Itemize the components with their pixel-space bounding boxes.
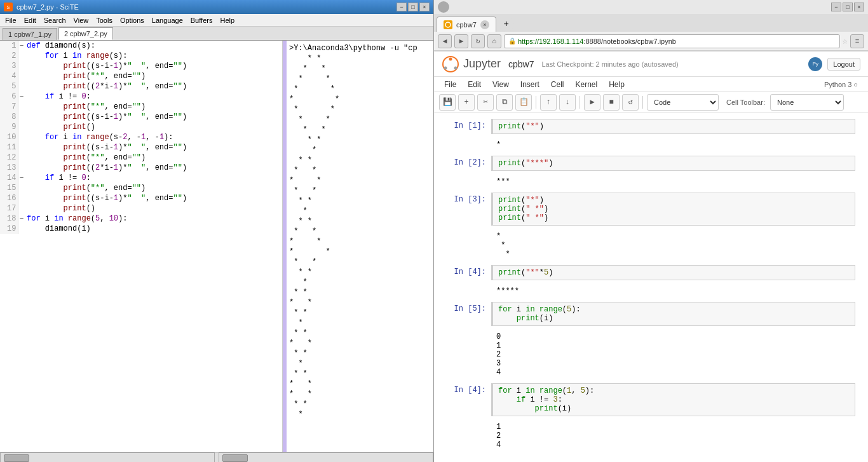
menu-language[interactable]: Language — [148, 15, 187, 25]
menu-search[interactable]: Search — [40, 15, 70, 25]
add-cell-button[interactable]: + — [458, 94, 475, 111]
restart-button[interactable]: ↺ — [622, 94, 639, 111]
table-row: 11 print((s-i-1)*" ", end="") — [0, 142, 282, 153]
scite-minimize-button[interactable]: − — [397, 3, 407, 11]
nb-prompt-2: In [2]: — [447, 156, 491, 171]
output-line: * * — [289, 328, 431, 338]
output-line: * * — [289, 155, 431, 165]
menu-options[interactable]: Options — [116, 15, 148, 25]
scite-code-pane[interactable]: 1 – def diamond(s): 2 for i in range(s):… — [0, 41, 283, 452]
output-line: * * — [289, 64, 431, 74]
forward-button[interactable]: ▶ — [454, 34, 468, 48]
home-button[interactable]: ⌂ — [487, 34, 501, 48]
jmenu-insert[interactable]: Insert — [515, 79, 545, 90]
cell-toolbar-label: Cell Toolbar: — [726, 99, 765, 106]
jmenu-file[interactable]: File — [439, 79, 461, 90]
menu-icon[interactable]: ≡ — [850, 34, 864, 48]
logout-button[interactable]: Logout — [827, 58, 860, 71]
scite-editor: S cpbw7_2.py - SciTE − □ × File Edit Sea… — [0, 0, 434, 462]
jmenu-kernel[interactable]: Kernel — [571, 79, 603, 90]
nb-input-6[interactable]: for i in range(1, 5): if i != 3: print(i… — [491, 383, 855, 416]
output-line: * * — [289, 369, 431, 379]
nb-output-box-1: * — [491, 139, 855, 151]
menu-edit[interactable]: Edit — [20, 15, 40, 25]
nb-output-box-5: 0 1 2 3 4 — [491, 331, 855, 378]
scite-hscroll[interactable] — [0, 452, 433, 462]
nb-input-2[interactable]: print("***") — [491, 156, 855, 171]
nb-input-4[interactable]: print("*"*5) — [491, 265, 855, 280]
cut-cell-button[interactable]: ✂ — [477, 94, 494, 111]
nb-cell-3: In [3]: print("*") print(" *") print(" *… — [447, 193, 855, 226]
tab-cpbw7-1[interactable]: 1 cpbw7_1.py — [3, 28, 57, 40]
bookmark-star[interactable]: ☆ — [843, 36, 848, 46]
table-row: 17 print() — [0, 203, 282, 214]
scite-maximize-button[interactable]: □ — [408, 3, 418, 11]
menu-tools[interactable]: Tools — [92, 15, 116, 25]
code-text: print — [498, 159, 521, 168]
output-line: * — [289, 145, 431, 155]
tab-cpbw7-2[interactable]: 2 cpbw7_2.py — [58, 27, 113, 40]
url-bar[interactable]: 🔒 https://192.168.1.114:8888/notebooks/c… — [504, 34, 840, 48]
menu-help[interactable]: Help — [216, 15, 238, 25]
new-tab-button[interactable]: + — [499, 17, 514, 32]
code-hscroll-track[interactable] — [0, 452, 215, 463]
output-line: * * — [289, 74, 431, 84]
browser-close-button[interactable]: × — [854, 3, 864, 11]
menu-buffers[interactable]: Buffers — [187, 15, 217, 25]
tab-close-button[interactable]: × — [480, 20, 489, 29]
notebook-content: In [1]: print("*") * In [2]: print("***"… — [434, 112, 868, 462]
table-row: 18 – for i in range(5, 10): — [0, 214, 282, 224]
back-button[interactable]: ◀ — [438, 34, 452, 48]
output-line: * * — [289, 165, 431, 175]
table-row: 5 print((2*i-1)*" ", end="") — [0, 81, 282, 92]
table-row: 4 print("*", end="") — [0, 71, 282, 81]
run-cell-button[interactable]: ▶ — [584, 94, 600, 111]
nb-output-3: * * * — [447, 231, 855, 260]
output-line: >Y:\Anaconda3\pythonw -u "cp — [289, 43, 431, 53]
output-line: * * — [289, 236, 431, 247]
move-down-button[interactable]: ↓ — [559, 94, 576, 111]
jmenu-help[interactable]: Help — [604, 79, 630, 90]
paste-cell-button[interactable]: 📋 — [515, 94, 532, 111]
browser-tab-cpbw7[interactable]: cpbw7 × — [437, 17, 496, 32]
scite-close-button[interactable]: × — [419, 3, 430, 11]
url-https: https://192.168.1.114 — [518, 37, 583, 45]
move-up-button[interactable]: ↑ — [540, 94, 557, 111]
code-hscroll-thumb[interactable] — [4, 454, 29, 462]
table-row: 8 print((s-i-1)*" ", end="") — [0, 112, 282, 122]
nb-output-box-3: * * * — [491, 231, 855, 260]
nb-output-4: ***** — [447, 285, 855, 297]
output-line: * * — [289, 216, 431, 226]
scite-window-controls: − □ × — [397, 3, 430, 11]
jmenu-edit[interactable]: Edit — [463, 79, 486, 90]
nb-input-5[interactable]: for i in range(5): print(i) — [491, 302, 855, 326]
save-button[interactable]: 💾 — [439, 94, 456, 111]
browser-titlebar: − □ × — [434, 0, 868, 14]
output-hscroll-thumb[interactable] — [222, 454, 248, 462]
output-line: * * — [289, 226, 431, 236]
interrupt-button[interactable]: ■ — [603, 94, 620, 111]
jmenu-cell[interactable]: Cell — [546, 79, 569, 90]
cell-toolbar-select[interactable]: None Edit Metadata Raw Cell Format Slide… — [770, 94, 844, 111]
tab-title: cpbw7 — [456, 21, 477, 29]
output-hscroll-track[interactable] — [219, 452, 433, 463]
jmenu-view[interactable]: View — [487, 79, 514, 90]
notebook-name[interactable]: cpbw7 — [508, 59, 534, 69]
svg-point-0 — [445, 22, 451, 27]
output-line: * * — [289, 125, 431, 135]
nb-cell-1: In [1]: print("*") — [447, 119, 855, 134]
table-row: 14 – if i != 0: — [0, 173, 282, 183]
tab-favicon — [444, 20, 452, 29]
cell-type-select[interactable]: Code Markdown Raw NBConvert — [647, 94, 719, 111]
browser-maximize-button[interactable]: □ — [843, 3, 853, 11]
menu-file[interactable]: File — [1, 15, 20, 25]
nb-input-3[interactable]: print("*") print(" *") print(" *") — [491, 193, 855, 226]
output-line: * * — [289, 338, 431, 348]
refresh-button[interactable]: ↻ — [471, 34, 485, 48]
table-row: 2 for i in range(s): — [0, 51, 282, 61]
menu-view[interactable]: View — [70, 15, 93, 25]
output-line: * * — [289, 379, 431, 389]
nb-input-1[interactable]: print("*") — [491, 119, 855, 134]
copy-cell-button[interactable]: ⧉ — [496, 94, 513, 111]
browser-minimize-button[interactable]: − — [831, 3, 841, 11]
